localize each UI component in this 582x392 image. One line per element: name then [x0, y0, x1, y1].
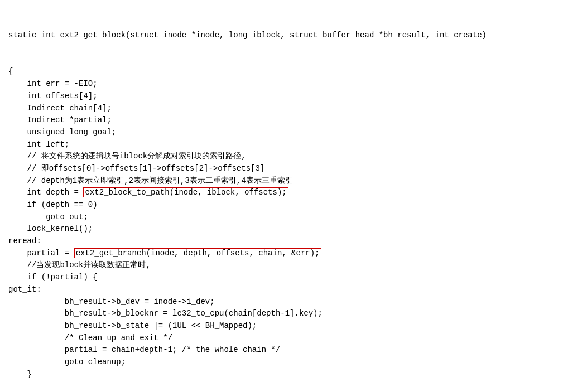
code-line-l22: got_it: [8, 284, 574, 296]
code-line-l16: lock_kernel(); [8, 223, 574, 235]
code-line-l4: Indirect chain[4]; [8, 103, 574, 115]
code-line-l10: // depth为1表示立即索引,2表示间接索引,3表示二重索引,4表示三重索引 [8, 175, 574, 187]
code-line-l20: //当发现block并读取数据正常时, [8, 259, 574, 272]
highlighted-code-l11: ext2_block_to_path(inode, iblock, offset… [83, 187, 288, 197]
code-line-l11: int depth = ext2_block_to_path(inode, ib… [8, 187, 574, 199]
highlighted-code-l18: ext2_get_branch(inode, depth, offsets, c… [74, 248, 321, 258]
code-line-l7: int left; [8, 139, 574, 151]
code-line-l28: goto cleanup; [8, 356, 574, 369]
code-line-l18: partial = ext2_get_branch(inode, depth, … [8, 248, 574, 260]
code-line-l17: reread: [8, 235, 574, 248]
code-line-l23: bh_result->b_dev = inode->i_dev; [8, 296, 574, 308]
code-line-l24: bh_result->b_blocknr = le32_to_cpu(chain… [8, 308, 574, 320]
code-line-l13: if (depth == 0) [8, 199, 574, 211]
code-line-l9: // 即offsets[0]->offsets[1]->offsets[2]->… [8, 163, 574, 175]
code-container: static int ext2_get_block(struct inode *… [8, 6, 574, 54]
code-line-l5: Indirect *partial; [8, 114, 574, 127]
code-line-l8: // 将文件系统的逻辑块号iblock分解成对索引块的索引路径, [8, 151, 574, 163]
code-body: { int err = -EIO; int offsets[4]; Indire… [8, 54, 574, 381]
code-line-l2: int err = -EIO; [8, 78, 574, 90]
code-line-l21: if (!partial) { [8, 272, 574, 284]
code-line-l14: goto out; [8, 211, 574, 224]
code-line-l27: partial = chain+depth-1; /* the whole ch… [8, 344, 574, 356]
code-line-l1: { [8, 66, 574, 78]
title-line: static int ext2_get_block(struct inode *… [8, 30, 574, 42]
code-line-l3: int offsets[4]; [8, 90, 574, 103]
code-line-l26: /* Clean up and exit */ [8, 332, 574, 345]
code-line-l29: } [8, 369, 574, 381]
code-line-l25: bh_result->b_state |= (1UL << BH_Mapped)… [8, 320, 574, 332]
code-line-l6: unsigned long goal; [8, 127, 574, 139]
